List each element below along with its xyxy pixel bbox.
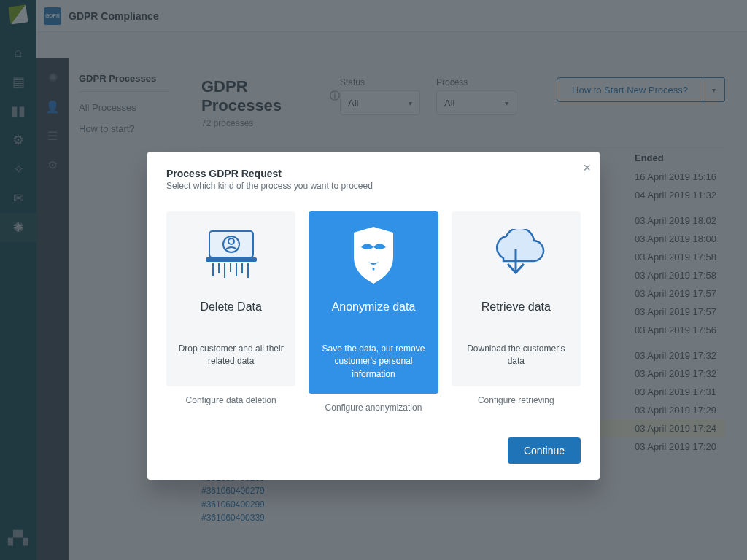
modal-title: Process GDPR Request [166,168,581,179]
svg-rect-3 [206,257,257,262]
card-delete-title: Delete Data [200,300,262,314]
modal-overlay: × Process GDPR Request Select which kind… [0,0,747,560]
card-delete-config[interactable]: Configure data deletion [166,395,295,405]
card-retrieve-config[interactable]: Configure retrieving [452,395,581,405]
card-retrieve[interactable]: Retrieve data Download the customer's da… [452,211,581,386]
card-retrieve-desc: Download the customer's data [462,343,570,373]
card-delete[interactable]: Delete Data Drop customer and all their … [166,211,295,386]
card-retrieve-title: Retrieve data [481,300,551,314]
card-anonymize[interactable]: Anonymize data Save the data, but remove… [309,211,438,394]
card-anonymize-config[interactable]: Configure anonymization [309,402,438,413]
modal-subtitle: Select which kind of the process you wan… [166,181,581,191]
close-icon[interactable]: × [583,160,591,176]
continue-button[interactable]: Continue [508,438,581,464]
card-anonymize-title: Anonymize data [332,300,416,314]
cloud-download-icon [486,226,546,284]
card-delete-desc: Drop customer and all their related data [177,343,285,373]
gdpr-request-modal: × Process GDPR Request Select which kind… [147,152,600,480]
shred-icon [203,226,260,284]
card-anonymize-desc: Save the data, but remove customer's per… [319,343,427,381]
mask-icon [348,226,399,284]
